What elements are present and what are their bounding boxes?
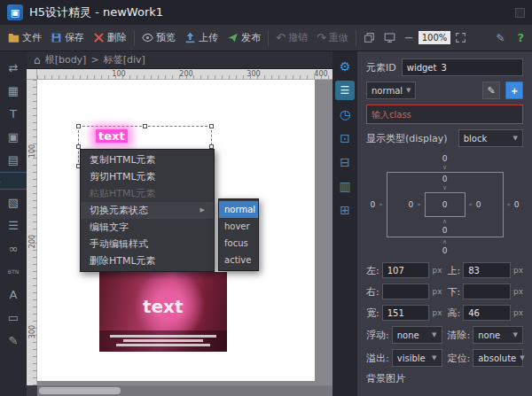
padding-right-value[interactable]: 0 (476, 200, 481, 209)
undo-button[interactable]: ↶ 撤销 (271, 27, 312, 49)
gallery-tool[interactable]: ▤ (3, 149, 24, 170)
chevron-left-icon[interactable]: « (469, 201, 473, 208)
submenu-item-hover[interactable]: hover (219, 218, 258, 235)
edit-mode-button[interactable]: ✎ (491, 27, 509, 49)
menu-item-delete[interactable]: 删除HTML元素 (81, 252, 214, 269)
tab-align[interactable]: ⊟ (335, 152, 355, 172)
chevron-down-icon[interactable]: ∨ (442, 184, 447, 191)
padding-bottom-value[interactable]: 0 (442, 226, 448, 235)
eye-icon (142, 32, 153, 43)
submenu-item-focus[interactable]: focus (219, 235, 258, 252)
menu-item-toggle-state[interactable]: 切换元素状态 ▶ (81, 202, 214, 219)
content-value[interactable]: 0 (442, 200, 448, 209)
margin-left-value[interactable]: 0 (370, 200, 375, 209)
upload-button[interactable]: 上传 (180, 27, 223, 49)
top-input[interactable] (463, 262, 511, 278)
margin-bottom-value[interactable]: 0 (442, 246, 448, 255)
float-select[interactable]: none ▼ (392, 326, 442, 344)
link-tool[interactable]: ∞ (3, 237, 24, 259)
submenu-arrow-icon: ▶ (200, 202, 205, 219)
menu-item-cut[interactable]: 剪切HTML元素 (81, 168, 214, 185)
image-widget[interactable]: text (99, 272, 227, 352)
chevron-up-icon[interactable]: ∧ (442, 218, 447, 225)
window-control-button[interactable] (515, 8, 525, 18)
resize-handle-n[interactable] (143, 124, 147, 128)
height-input[interactable] (463, 305, 511, 321)
bottom-input[interactable] (463, 283, 511, 299)
overflow-select[interactable]: visible ▼ (392, 349, 442, 367)
publish-button[interactable]: 发布 (223, 27, 265, 49)
clear-select[interactable]: none ▼ (473, 326, 523, 344)
margin-top-value[interactable]: 0 (442, 154, 448, 163)
resize-handle-ne[interactable] (209, 124, 214, 128)
text-tool[interactable]: T (3, 103, 24, 124)
tab-layers[interactable]: ☰ (335, 81, 355, 100)
image-tool[interactable]: ▣ (3, 126, 24, 147)
state-select[interactable]: normal ▼ (366, 82, 416, 99)
list-tool[interactable]: ☰ (3, 214, 24, 236)
scrollbar-thumb[interactable] (39, 387, 121, 394)
toolbar-divider (134, 30, 135, 46)
tab-grid[interactable]: ⊞ (335, 200, 355, 220)
menu-item-edit-text[interactable]: 编辑文字 (81, 219, 214, 236)
margin-right-value[interactable]: 0 (514, 200, 520, 209)
tab-history[interactable]: ◷ (335, 105, 355, 124)
resize-handle-nw[interactable] (76, 124, 81, 128)
draw-tool[interactable]: ✎ (3, 330, 24, 351)
window-title: H5设计精灵 - newWork1 (29, 4, 163, 20)
save-button[interactable]: 保存 (46, 27, 89, 49)
device-view-button[interactable] (379, 27, 400, 49)
caption-line (116, 344, 211, 346)
text-widget[interactable]: text (96, 129, 128, 143)
home-icon[interactable]: ⌂ (34, 54, 41, 66)
layout-tool[interactable]: ▦ (3, 80, 24, 101)
add-state-button[interactable]: ＋ (505, 82, 523, 99)
panel-tool[interactable]: ▧ (3, 191, 24, 213)
button-tool[interactable]: BTN (3, 260, 24, 282)
breadcrumb-current[interactable]: 标签[div] (104, 53, 145, 66)
edit-state-button[interactable]: ✎ (482, 82, 500, 99)
menu-item-copy[interactable]: 复制HTML元素 (81, 151, 214, 168)
layers-view-button[interactable] (359, 27, 379, 49)
chevron-right-icon[interactable]: » (379, 201, 382, 208)
submenu-item-normal[interactable]: normal (219, 201, 258, 218)
chevron-down-icon[interactable]: ∨ (442, 164, 447, 171)
vertical-ruler: 100 200 300 (27, 80, 37, 385)
tab-rows[interactable]: ▥ (335, 176, 355, 196)
width-input[interactable] (382, 305, 430, 321)
canvas-area: 100 200 300 400 100 200 300 text (27, 69, 332, 396)
horizontal-scrollbar[interactable] (27, 385, 332, 396)
element-id-input[interactable] (402, 58, 523, 76)
image-icon: ▣ (8, 130, 19, 144)
shape-tool[interactable]: ▭ (3, 307, 24, 328)
breadcrumb-root[interactable]: 根[body] (45, 53, 87, 66)
position-select[interactable]: absolute ▼ (473, 349, 523, 367)
class-input[interactable] (366, 105, 523, 124)
submenu-item-active[interactable]: active (219, 252, 258, 268)
help-button[interactable]: ? (512, 27, 528, 49)
redo-button[interactable]: ↷ 重做 (312, 27, 353, 49)
padding-top-value[interactable]: 0 (442, 175, 448, 183)
save-icon (51, 32, 62, 43)
toolbar-divider (268, 30, 269, 46)
chevron-up-icon[interactable]: ∧ (442, 238, 447, 245)
tab-border[interactable]: ⊡ (335, 128, 355, 148)
preview-button[interactable]: 预览 (137, 27, 180, 49)
toolbar-divider (356, 30, 356, 46)
padding-left-value[interactable]: 0 (408, 200, 413, 209)
left-input[interactable] (382, 262, 430, 278)
tab-settings[interactable]: ⚙ (335, 57, 355, 76)
zoom-out-button[interactable]: − (400, 27, 419, 49)
menu-item-edit-style[interactable]: 手动编辑样式 (81, 236, 214, 252)
chevron-left-icon[interactable]: « (507, 201, 511, 208)
display-select[interactable]: block ▼ (458, 129, 523, 147)
file-button[interactable]: 文件 (4, 27, 46, 49)
title-bar: ▣ H5设计精灵 - newWork1 (0, 0, 532, 25)
chevron-right-icon[interactable]: » (417, 201, 420, 208)
move-tool[interactable]: ⇄ (3, 57, 24, 78)
paper-plane-icon (227, 32, 239, 43)
delete-button[interactable]: 删除 (89, 27, 131, 49)
fit-canvas-button[interactable] (450, 27, 471, 49)
font-tool[interactable]: A (3, 283, 24, 305)
right-input[interactable] (382, 283, 430, 299)
